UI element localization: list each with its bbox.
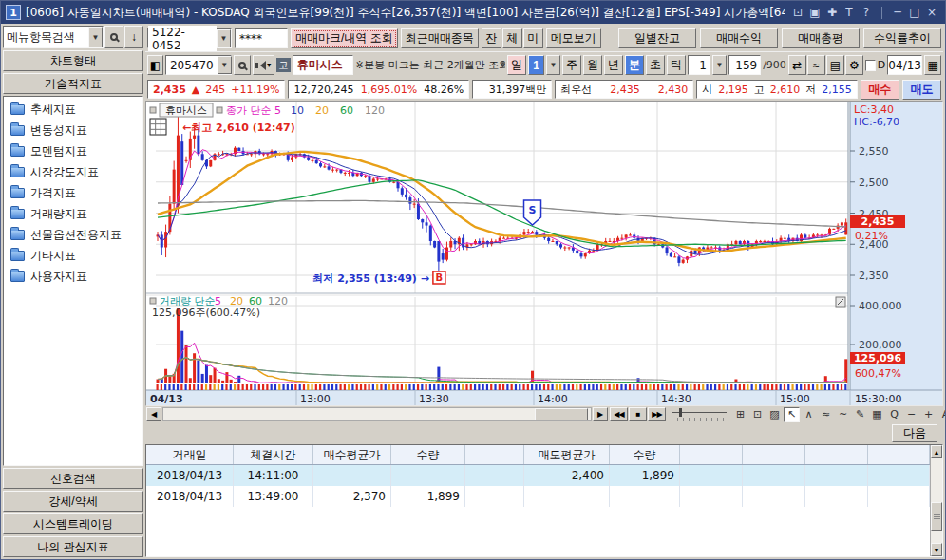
tile-charts-icon[interactable]: ⊞ bbox=[732, 407, 748, 422]
report-button[interactable]: 매매수익 bbox=[700, 28, 778, 48]
chart-area[interactable]: SB←최고 2,610 (12:47)최저 2,355 (13:49) →휴마시… bbox=[145, 101, 943, 406]
report-button[interactable]: 수익률추이 bbox=[863, 28, 941, 48]
embed-window-icon[interactable]: ⊡ bbox=[789, 5, 806, 20]
sidebar-folder-item[interactable]: 사용자지표 bbox=[4, 266, 142, 287]
sound-alert-button[interactable]: ▼ bbox=[253, 55, 274, 75]
candle-count-field[interactable]: 159 bbox=[728, 55, 761, 75]
table-row[interactable]: 2018/04/1314:11:002,4001,899 bbox=[146, 465, 930, 486]
zoom-in-icon[interactable]: + bbox=[920, 407, 937, 422]
maximize-button[interactable]: □ bbox=[906, 5, 923, 20]
sidebar-folder-item[interactable]: 가격지표 bbox=[4, 182, 142, 203]
overlay-chart-icon[interactable]: ≈ bbox=[807, 55, 825, 75]
table-column-header[interactable]: 거래일 bbox=[146, 445, 234, 464]
sidebar-bottom-button[interactable]: 나의 관심지표 bbox=[3, 536, 143, 557]
table-row[interactable]: 2018/04/1313:49:002,3701,899 bbox=[146, 486, 930, 507]
filter-button[interactable]: 잔 bbox=[482, 28, 501, 48]
chart-scroll-right-button[interactable]: ▶ bbox=[593, 407, 608, 421]
table-column-header[interactable] bbox=[465, 445, 524, 464]
stock-name-field[interactable]: 휴마시스 bbox=[293, 55, 353, 75]
table-column-header[interactable]: 매도평균가 bbox=[524, 445, 610, 464]
date-field[interactable]: 04/13 bbox=[887, 55, 922, 75]
menu-search-down-button[interactable]: ↓ bbox=[124, 26, 143, 48]
period-second-button[interactable]: 초 bbox=[646, 55, 665, 75]
compare-chart-icon[interactable]: ⇄ bbox=[788, 55, 806, 75]
recent-trades-button[interactable]: 최근매매종목 bbox=[401, 28, 479, 48]
close-button[interactable]: × bbox=[923, 5, 940, 20]
save-chart-icon[interactable]: ▤ bbox=[826, 55, 844, 75]
chart-scrollbar-thumb[interactable] bbox=[535, 408, 588, 420]
price-volume-chart[interactable]: SB←최고 2,610 (12:47)최저 2,355 (13:49) →휴마시… bbox=[146, 102, 943, 406]
account-combobox[interactable]: 5122-0452 ▼ bbox=[147, 28, 232, 48]
trade-mark-query-button[interactable]: 매매마크/내역 조회 bbox=[291, 28, 398, 48]
memo-view-button[interactable]: 메모보기 bbox=[546, 28, 601, 48]
duplicate-window-icon[interactable]: ▣ bbox=[806, 5, 823, 20]
period-dropdown-button[interactable]: ▼ bbox=[546, 55, 560, 75]
sidebar-bottom-button[interactable]: 강세/약세 bbox=[3, 491, 143, 512]
report-button[interactable]: 매매총평 bbox=[782, 28, 860, 48]
period-year-button[interactable]: 년 bbox=[604, 55, 623, 75]
pin-window-icon[interactable]: ✚ bbox=[823, 5, 841, 20]
table-column-header[interactable]: 체결시간 bbox=[234, 445, 313, 464]
stock-code-combobox[interactable]: 205470 ▼ bbox=[165, 55, 232, 75]
chart-settings-icon[interactable]: ⚙ bbox=[845, 55, 863, 75]
filter-button[interactable]: 체 bbox=[502, 28, 522, 48]
replay-rewind-button[interactable]: ◀◀ bbox=[610, 407, 628, 421]
stock-code-dropdown-button[interactable]: ▼ bbox=[218, 56, 232, 74]
menu-search-button[interactable] bbox=[104, 26, 123, 48]
chart-scroll-left-button[interactable]: ◀ bbox=[146, 407, 161, 421]
table-scrollbar[interactable]: ▲ ▼ bbox=[930, 445, 942, 556]
period-week-button[interactable]: 주 bbox=[562, 55, 581, 75]
font-size-icon[interactable]: T bbox=[841, 5, 858, 20]
zoom-tool-icon[interactable]: Q bbox=[886, 407, 902, 422]
menu-search-input[interactable]: 메뉴항목검색 ▼ bbox=[3, 26, 104, 48]
next-page-button[interactable]: 다음 bbox=[892, 424, 937, 442]
help-icon[interactable]: ? bbox=[858, 5, 875, 20]
period-tick-button[interactable]: 틱 bbox=[667, 55, 686, 75]
table-scroll-down-button[interactable]: ▼ bbox=[931, 543, 942, 556]
period-day-button[interactable]: 일 bbox=[507, 55, 526, 75]
filter-button[interactable]: 미 bbox=[523, 28, 543, 48]
chart-scrollbar-track[interactable] bbox=[162, 407, 592, 421]
account-dropdown-button[interactable]: ▼ bbox=[217, 29, 231, 47]
table-column-header[interactable] bbox=[805, 445, 868, 464]
table-column-header[interactable]: 수량 bbox=[610, 445, 680, 464]
sidebar-folder-item[interactable]: 추세지표 bbox=[4, 99, 142, 120]
table-column-header[interactable] bbox=[680, 445, 743, 464]
sidebar-folder-item[interactable]: 거래량지표 bbox=[4, 203, 142, 224]
replay-stop-button[interactable]: ■ bbox=[629, 407, 647, 421]
table-column-header[interactable] bbox=[868, 445, 930, 464]
table-scroll-up-button[interactable]: ▲ bbox=[931, 445, 942, 458]
period-minute-button[interactable]: 분 bbox=[625, 55, 644, 75]
sidebar-folder-item[interactable]: 기타지표 bbox=[4, 245, 142, 266]
tick-value-field[interactable]: 1 bbox=[688, 55, 710, 75]
draw-tool-icon[interactable]: ✎ bbox=[852, 407, 868, 422]
table-column-header[interactable]: 매수평균가 bbox=[313, 445, 391, 464]
tick-dropdown-button[interactable]: ▼ bbox=[712, 55, 727, 75]
panel-toggle-button[interactable]: ◧ bbox=[147, 55, 163, 75]
sidebar-section-chart-type[interactable]: 차트형태 bbox=[3, 50, 143, 71]
sidebar-bottom-button[interactable]: 시스템트레이딩 bbox=[3, 513, 143, 534]
auto-scale-icon[interactable]: A bbox=[937, 407, 946, 422]
replay-forward-button[interactable]: ▶▶ bbox=[648, 407, 666, 421]
stock-search-button[interactable] bbox=[234, 55, 251, 75]
d-checkbox[interactable] bbox=[865, 60, 876, 71]
table-column-header[interactable] bbox=[743, 445, 805, 464]
replay-speed-slider[interactable] bbox=[670, 407, 728, 421]
sidebar-folder-item[interactable]: 변동성지표 bbox=[4, 120, 142, 140]
sidebar-section-technical-indicators[interactable]: 기술적지표 bbox=[3, 73, 143, 94]
sidebar-bottom-button[interactable]: 신호검색 bbox=[3, 468, 143, 489]
calendar-button[interactable]: ▦ bbox=[924, 55, 941, 75]
period-value-button[interactable]: 1 bbox=[528, 55, 544, 75]
trendline-tool-icon[interactable]: ≈ bbox=[818, 407, 834, 422]
buy-button[interactable]: 매수 bbox=[861, 80, 899, 100]
chart-image-icon[interactable]: ▦ bbox=[869, 407, 885, 422]
password-field[interactable]: **** bbox=[235, 28, 288, 48]
sell-button[interactable]: 매도 bbox=[902, 80, 941, 100]
sidebar-folder-item[interactable]: 선물옵션전용지표 bbox=[4, 224, 142, 245]
table-column-header[interactable]: 수량 bbox=[391, 445, 465, 464]
fill-pattern-icon[interactable]: ▨ bbox=[766, 407, 783, 422]
minimize-button[interactable]: ─ bbox=[889, 5, 906, 20]
period-month-button[interactable]: 월 bbox=[583, 55, 602, 75]
zoom-out-icon[interactable]: − bbox=[903, 407, 919, 422]
sidebar-folder-item[interactable]: 시장강도지표 bbox=[4, 161, 142, 182]
